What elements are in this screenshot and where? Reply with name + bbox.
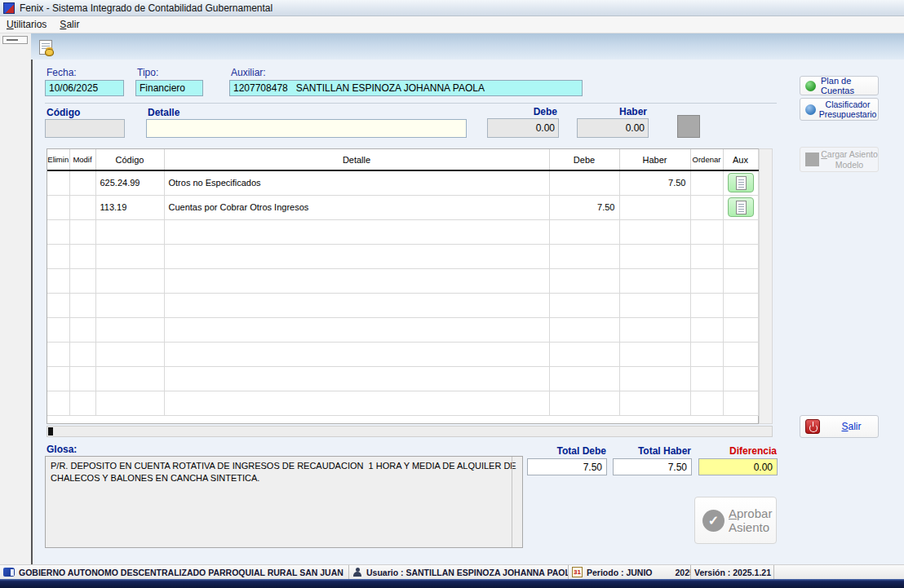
table-row[interactable]: [47, 317, 758, 342]
table-cell-aux: [723, 244, 758, 268]
table-cell: [690, 219, 723, 244]
power-icon: [805, 419, 820, 434]
menu-item-utilitarios[interactable]: Utilitarios: [0, 17, 53, 32]
table-cell-aux: [723, 195, 758, 219]
user-icon: [352, 568, 362, 577]
taskbar[interactable]: [0, 579, 904, 588]
scrollbar-thumb[interactable]: [48, 427, 53, 435]
table-cell: [69, 195, 95, 219]
cargar-asiento-modelo-button[interactable]: Cargar AsientoModelo: [800, 147, 879, 172]
col-debe: Debe: [549, 149, 619, 170]
clasificador-presupuestario-button[interactable]: ClasificadorPresupuestario: [800, 98, 879, 121]
aux-button[interactable]: [728, 197, 754, 217]
table-cell: [549, 268, 619, 293]
status-usuario: Usuario : SANTILLAN ESPINOZA JOHANNA PAO…: [349, 565, 569, 579]
table-cell: [69, 244, 95, 268]
status-bar: GOBIERNO AUTONOMO DESCENTRALIZADO PARROQ…: [0, 564, 904, 579]
detalle-label: Detalle: [148, 107, 179, 118]
menu-bar: Utilitarios Salir: [0, 16, 904, 33]
table-cell: [549, 366, 619, 391]
table-cell: [95, 268, 164, 293]
table-cell: [47, 391, 69, 415]
aux-button[interactable]: [728, 173, 754, 192]
table-cell: [690, 170, 723, 195]
table-cell: [164, 268, 549, 293]
green-sphere-icon: [805, 81, 816, 91]
col-haber: Haber: [619, 149, 690, 170]
table-cell-aux: [723, 219, 758, 244]
status-version: Versión : 2025.1.21: [691, 565, 774, 579]
accounting-document-icon[interactable]: [39, 40, 52, 55]
table-cell: [69, 268, 95, 293]
table-cell: [690, 366, 723, 391]
menu-item-salir[interactable]: Salir: [53, 17, 86, 32]
codigo-input[interactable]: [45, 119, 125, 138]
table-row[interactable]: [47, 391, 758, 415]
table-row[interactable]: [47, 219, 758, 244]
table-cell: [47, 244, 69, 268]
table-cell: [549, 317, 619, 342]
table-horizontal-scrollbar[interactable]: [47, 426, 773, 437]
minimize-icon: [7, 39, 18, 41]
fecha-input[interactable]: 10/06/2025: [45, 80, 124, 96]
debe-label: Debe: [487, 106, 557, 117]
glosa-label: Glosa:: [47, 444, 77, 455]
table-cell: [47, 317, 69, 342]
aprobar-asiento-button[interactable]: ✓ AprobarAsiento: [694, 497, 777, 544]
table-cell: [164, 342, 549, 366]
table-cell: [69, 342, 95, 366]
table-cell: [619, 195, 690, 219]
table-cell-aux: [723, 391, 758, 415]
salir-button[interactable]: Salir: [800, 415, 879, 438]
glosa-scrollbar[interactable]: [512, 457, 521, 547]
book-icon: [3, 568, 15, 577]
table-row[interactable]: [47, 366, 758, 391]
plan-de-cuentas-button[interactable]: Plan de Cuentas: [800, 76, 879, 95]
haber-input[interactable]: 0.00: [577, 118, 649, 138]
table-cell: [549, 219, 619, 244]
add-line-button[interactable]: [677, 115, 700, 138]
table-cell: [549, 170, 619, 195]
application-window: Fenix - Sistema Integrado de Contabilida…: [0, 0, 904, 588]
total-haber-value: 7.50: [613, 458, 692, 475]
total-haber-label: Total Haber: [613, 445, 691, 457]
title-bar: Fenix - Sistema Integrado de Contabilida…: [0, 0, 904, 16]
table-cell: [619, 342, 690, 366]
separator-line: [45, 103, 777, 104]
table-row[interactable]: [47, 268, 758, 293]
table-row[interactable]: 625.24.99Otros no Especificados7.50: [47, 170, 758, 195]
table-cell: [47, 219, 69, 244]
table-vertical-scrollbar[interactable]: [759, 148, 773, 424]
table-cell-aux: [723, 170, 758, 195]
table-cell: [164, 391, 549, 415]
table-row[interactable]: [47, 293, 758, 317]
auxiliar-input[interactable]: 1207708478 SANTILLAN ESPINOZA JOHANNA PA…: [229, 80, 583, 96]
table-cell: [47, 170, 69, 195]
codigo-label: Código: [47, 107, 80, 118]
table-cell: [619, 391, 690, 415]
child-window-header: [31, 33, 904, 60]
table-cell: [619, 244, 690, 268]
table-cell: [164, 219, 549, 244]
table-row[interactable]: [47, 342, 758, 366]
table-cell: [47, 293, 69, 317]
table-row[interactable]: 113.19Cuentas por Cobrar Otros Ingresos7…: [47, 195, 758, 219]
table-cell-aux: [723, 268, 758, 293]
check-icon: ✓: [702, 510, 725, 532]
debe-input[interactable]: 0.00: [487, 118, 559, 138]
app-icon: [3, 2, 15, 14]
glosa-textarea[interactable]: P/R. DEPOSITO EN CUENTA ROTATIVA DE INGR…: [45, 456, 523, 548]
table-cell: [690, 293, 723, 317]
document-icon: [736, 201, 747, 214]
table-cell: [619, 317, 690, 342]
tipo-input[interactable]: Financiero: [135, 80, 203, 96]
minimized-window-widget[interactable]: [2, 36, 28, 44]
table-cell-aux: [723, 366, 758, 391]
table-cell: [95, 219, 164, 244]
table-row[interactable]: [47, 244, 758, 268]
col-detalle: Detalle: [164, 149, 549, 170]
detalle-input[interactable]: [146, 119, 467, 138]
gray-square-icon: [805, 153, 819, 166]
table-cell: [164, 293, 549, 317]
table-cell: [95, 391, 164, 415]
